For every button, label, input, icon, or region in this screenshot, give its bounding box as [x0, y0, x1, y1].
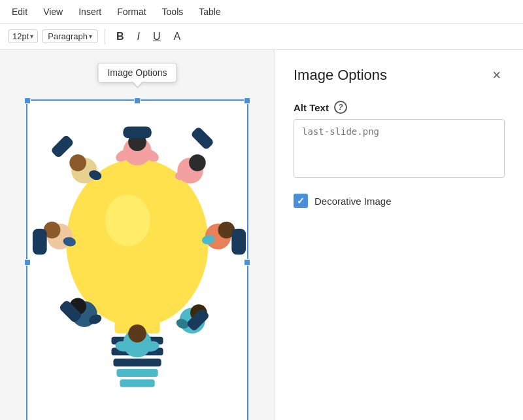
handle-top-left[interactable] [24, 97, 31, 104]
underline-button[interactable]: U [148, 29, 165, 44]
panel-header: Image Options × [294, 65, 505, 85]
decorative-image-row: ✓ Decorative Image [294, 194, 505, 208]
svg-rect-30 [33, 229, 47, 255]
handle-top-center[interactable] [134, 97, 141, 104]
svg-rect-7 [120, 379, 154, 387]
decorative-image-label: Decorative Image [314, 196, 392, 207]
menu-view[interactable]: View [37, 4, 69, 20]
menu-tools[interactable]: Tools [156, 4, 190, 20]
svg-rect-12 [123, 127, 151, 139]
font-size-chevron-icon: ▾ [30, 33, 33, 40]
tooltip-text: Image Options [107, 67, 167, 78]
right-panel: Image Options × Alt Text ? ✓ Decorative … [275, 50, 523, 420]
svg-point-1 [105, 194, 150, 246]
image-container[interactable] [26, 99, 248, 420]
italic-button[interactable]: I [133, 29, 144, 44]
close-button[interactable]: × [488, 65, 505, 85]
menu-format[interactable]: Format [110, 4, 152, 20]
paragraph-style-selector[interactable]: Paragraph ▾ [42, 29, 98, 43]
image-placeholder [27, 101, 247, 420]
handle-middle-left[interactable] [24, 259, 31, 266]
decorative-image-checkbox[interactable]: ✓ [294, 194, 308, 208]
svg-point-32 [69, 154, 86, 171]
font-size-value: 12pt [12, 31, 29, 41]
checkmark-icon: ✓ [297, 196, 305, 206]
menu-table[interactable]: Table [192, 4, 227, 20]
alt-text-help-icon[interactable]: ? [334, 101, 347, 114]
paragraph-style-label: Paragraph [48, 31, 88, 41]
svg-point-21 [128, 324, 146, 343]
alt-text-section-label: Alt Text ? [294, 101, 505, 114]
svg-rect-38 [190, 126, 214, 150]
menubar: Edit View Insert Format Tools Table [0, 0, 523, 24]
font-color-button[interactable]: A [169, 29, 186, 44]
menu-edit[interactable]: Edit [5, 4, 34, 20]
alt-text-input[interactable] [294, 119, 505, 178]
bold-button[interactable]: B [112, 29, 129, 44]
paragraph-chevron-icon: ▾ [89, 33, 92, 40]
menu-insert[interactable]: Insert [72, 4, 108, 20]
svg-point-35 [189, 154, 206, 171]
alt-text-label-text: Alt Text [294, 102, 329, 113]
help-icon-label: ? [338, 103, 343, 112]
svg-rect-5 [113, 359, 161, 366]
svg-rect-37 [50, 134, 75, 158]
image-options-tooltip: Image Options [97, 63, 177, 82]
main-area: Image Options [0, 50, 523, 420]
illustration-svg [27, 101, 247, 420]
toolbar-divider-1 [105, 29, 105, 44]
font-size-selector[interactable]: 12pt ▾ [8, 29, 38, 43]
svg-rect-6 [116, 369, 158, 377]
svg-rect-16 [231, 229, 246, 255]
handle-top-right[interactable] [244, 97, 250, 104]
editor-area: Image Options [0, 50, 275, 420]
panel-title: Image Options [294, 67, 387, 84]
handle-middle-right[interactable] [244, 259, 250, 266]
toolbar: 12pt ▾ Paragraph ▾ B I U A [0, 24, 523, 50]
